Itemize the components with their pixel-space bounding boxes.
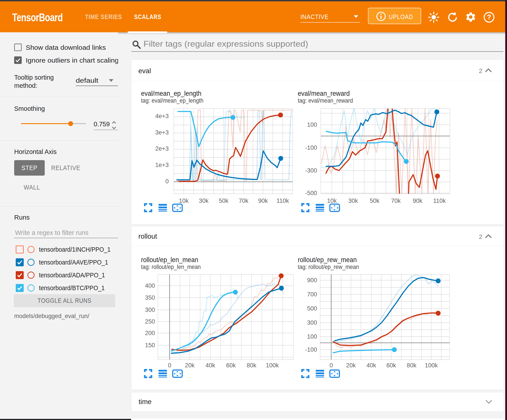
svg-text:70k: 70k	[391, 198, 401, 204]
svg-text:-300: -300	[305, 167, 317, 174]
svg-text:50k: 50k	[219, 198, 228, 204]
svg-text:-100: -100	[305, 346, 317, 353]
svg-text:150: 150	[145, 342, 155, 349]
svg-text:20k: 20k	[185, 362, 195, 369]
svg-text:3e+3: 3e+3	[155, 129, 169, 136]
svg-text:30k: 30k	[199, 198, 209, 204]
svg-text:50k: 50k	[370, 198, 380, 204]
svg-text:400: 400	[145, 282, 155, 289]
svg-text:1e+3: 1e+3	[155, 162, 169, 168]
svg-text:300: 300	[307, 319, 317, 326]
svg-text:80k: 80k	[247, 362, 256, 369]
svg-text:-500: -500	[305, 190, 317, 196]
svg-text:900: 900	[307, 277, 317, 283]
svg-text:60k: 60k	[226, 362, 236, 369]
svg-text:80k: 80k	[407, 362, 416, 369]
svg-text:250: 250	[145, 318, 155, 325]
svg-text:350: 350	[145, 294, 155, 301]
svg-text:90k: 90k	[413, 198, 422, 204]
svg-text:4e+3: 4e+3	[155, 113, 169, 119]
svg-text:110k: 110k	[433, 198, 446, 204]
svg-text:10k: 10k	[179, 198, 189, 204]
svg-text:90k: 90k	[258, 198, 268, 204]
svg-text:0: 0	[330, 362, 333, 369]
svg-text:2e+3: 2e+3	[155, 145, 169, 152]
svg-text:30k: 30k	[348, 198, 358, 204]
svg-text:300: 300	[145, 307, 155, 313]
svg-text:100: 100	[307, 121, 317, 128]
svg-text:20k: 20k	[346, 362, 356, 369]
svg-text:60k: 60k	[386, 362, 396, 369]
svg-text:500: 500	[307, 305, 317, 312]
svg-text:100: 100	[307, 333, 317, 340]
svg-text:200: 200	[145, 330, 155, 336]
svg-text:100k: 100k	[425, 362, 438, 369]
svg-text:40k: 40k	[205, 362, 215, 369]
svg-text:110k: 110k	[276, 198, 289, 204]
svg-text:40k: 40k	[366, 362, 376, 369]
svg-text:0: 0	[168, 362, 171, 369]
svg-text:100k: 100k	[266, 362, 279, 369]
svg-text:-100: -100	[305, 145, 317, 151]
svg-text:10k: 10k	[327, 198, 337, 204]
svg-text:700: 700	[307, 291, 317, 298]
svg-text:0: 0	[165, 178, 169, 185]
svg-text:70k: 70k	[239, 198, 248, 204]
